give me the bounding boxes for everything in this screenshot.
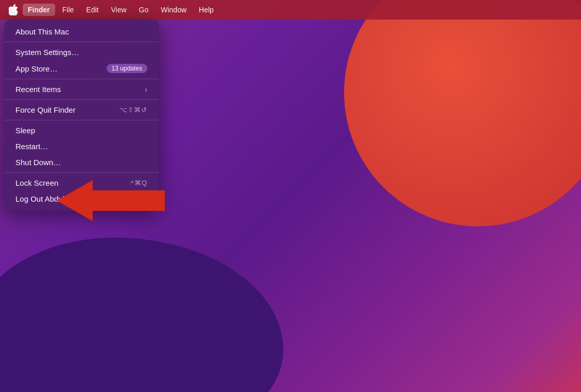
separator-3 [4, 99, 159, 100]
desktop-blob-coral [344, 0, 581, 226]
apple-menu-dropdown: About This Mac System Settings… App Stor… [4, 20, 159, 211]
menubar-item-file[interactable]: File [57, 4, 79, 16]
menubar-item-view[interactable]: View [106, 4, 131, 16]
menubar-item-help[interactable]: Help [194, 4, 219, 16]
menu-item-restart[interactable]: Restart… [6, 138, 157, 154]
log-out-shortcut: ⇧⌘Q [128, 195, 147, 203]
menubar: Finder File Edit View Go Window Help [0, 0, 581, 20]
separator-4 [4, 120, 159, 120]
lock-screen-shortcut: ^⌘Q [131, 179, 147, 187]
separator-2 [4, 79, 159, 79]
menubar-item-go[interactable]: Go [134, 4, 154, 16]
menu-item-shut-down[interactable]: Shut Down… [6, 154, 157, 170]
separator-1 [4, 42, 159, 42]
app-store-badge: 13 updates [107, 64, 147, 73]
recent-items-chevron-icon: › [145, 85, 147, 94]
menubar-items: Finder File Edit View Go Window Help [23, 4, 219, 16]
apple-menu-button[interactable] [4, 0, 23, 20]
separator-5 [4, 172, 159, 173]
desktop-blob-purple [0, 238, 283, 392]
menubar-item-edit[interactable]: Edit [81, 4, 104, 16]
menu-item-system-settings[interactable]: System Settings… [6, 44, 157, 60]
menu-item-about[interactable]: About This Mac [6, 24, 157, 40]
menu-item-lock-screen[interactable]: Lock Screen ^⌘Q [6, 175, 157, 191]
menubar-item-window[interactable]: Window [156, 4, 192, 16]
force-quit-shortcut: ⌥⇧⌘↺ [119, 106, 147, 114]
menu-item-recent-items[interactable]: Recent Items › [6, 81, 157, 97]
menubar-item-finder[interactable]: Finder [23, 4, 55, 16]
menu-item-force-quit[interactable]: Force Quit Finder ⌥⇧⌘↺ [6, 102, 157, 118]
menu-item-app-store[interactable]: App Store… 13 updates [6, 60, 157, 77]
menu-item-log-out[interactable]: Log Out Abdul Wahab… ⇧⌘Q [6, 191, 157, 207]
menu-item-sleep[interactable]: Sleep [6, 122, 157, 138]
